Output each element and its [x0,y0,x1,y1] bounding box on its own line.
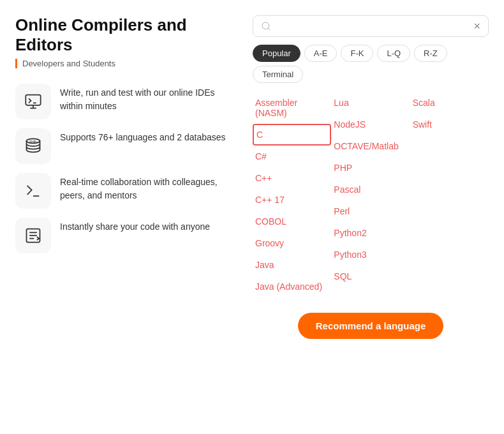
lang-groovy[interactable]: Groovy [253,232,331,254]
tab-r-z[interactable]: R-Z [414,45,447,62]
collab-svg [24,182,42,200]
tab-popular[interactable]: Popular [253,45,300,62]
lang-col-2: Lua NodeJS OCTAVE/Matlab PHP Pascal Perl… [331,92,410,297]
feature-item-3: Real-time collaboration with colleagues,… [15,173,232,209]
svg-rect-0 [26,95,40,105]
ide-svg [24,93,42,110]
lang-col-3: Scala Swift [410,92,489,297]
feature-text-4: Instantly share your code with anyone [60,218,210,234]
search-icon [261,21,271,31]
lang-cpp[interactable]: C++ [253,167,331,189]
tab-l-q[interactable]: L-Q [377,45,410,62]
collab-icon [15,173,51,209]
filter-tabs: Popular A-E F-K L-Q R-Z Terminal [253,45,489,83]
page-title: Online Compilers and Editors [15,15,232,55]
lang-php[interactable]: PHP [331,157,410,179]
lang-csharp[interactable]: C# [253,146,331,167]
lang-scala[interactable]: Scala [410,92,489,114]
recommend-language-button[interactable]: Recommend a language [298,313,444,339]
lang-swift[interactable]: Swift [410,114,489,135]
database-svg: PHP C# [24,137,42,155]
lang-perl[interactable]: Perl [331,200,410,222]
share-icon [15,218,51,253]
left-panel: Online Compilers and Editors Developers … [15,15,232,339]
feature-text-3: Real-time collaboration with colleagues,… [60,173,232,202]
lang-pascal[interactable]: Pascal [331,179,410,200]
languages-grid: Assembler (NASM) C C# C++ C++ 17 COBOL G… [253,92,489,297]
lang-java[interactable]: Java [253,254,331,276]
feature-item-1: Write, run and test with our online IDEs… [15,84,232,119]
right-panel: × Popular A-E F-K L-Q R-Z Terminal Assem… [253,15,489,339]
close-icon[interactable]: × [473,20,480,32]
feature-text-1: Write, run and test with our online IDEs… [60,84,232,113]
lang-c[interactable]: C [253,124,331,146]
feature-item-2: PHP C# Supports 76+ languages and 2 data… [15,128,232,164]
feature-list: Write, run and test with our online IDEs… [15,84,232,253]
feature-item-4: Instantly share your code with anyone [15,218,232,253]
svg-text:C#: C# [34,141,38,144]
tab-f-k[interactable]: F-K [341,45,373,62]
lang-cpp17[interactable]: C++ 17 [253,189,331,211]
search-bar: × [253,15,489,37]
tab-a-e[interactable]: A-E [304,45,337,62]
lang-col-1: Assembler (NASM) C C# C++ C++ 17 COBOL G… [253,92,331,297]
svg-point-9 [262,22,269,29]
lang-lua[interactable]: Lua [331,92,410,114]
share-svg [24,227,42,244]
lang-nodejs[interactable]: NodeJS [331,114,410,135]
lang-python3[interactable]: Python3 [331,244,410,266]
lang-java-advanced[interactable]: Java (Advanced) [253,276,331,297]
subtitle: Developers and Students [15,59,232,68]
svg-line-10 [268,28,270,30]
lang-cobol[interactable]: COBOL [253,211,331,232]
feature-text-2: Supports 76+ languages and 2 databases [60,128,226,144]
lang-octave[interactable]: OCTAVE/Matlab [331,135,410,157]
lang-sql[interactable]: SQL [331,266,410,287]
tab-terminal[interactable]: Terminal [253,66,303,83]
lang-assembler[interactable]: Assembler (NASM) [253,92,331,124]
ide-icon [15,84,51,119]
search-input[interactable] [276,21,468,31]
database-icon: PHP C# [15,128,51,164]
lang-python2[interactable]: Python2 [331,222,410,244]
